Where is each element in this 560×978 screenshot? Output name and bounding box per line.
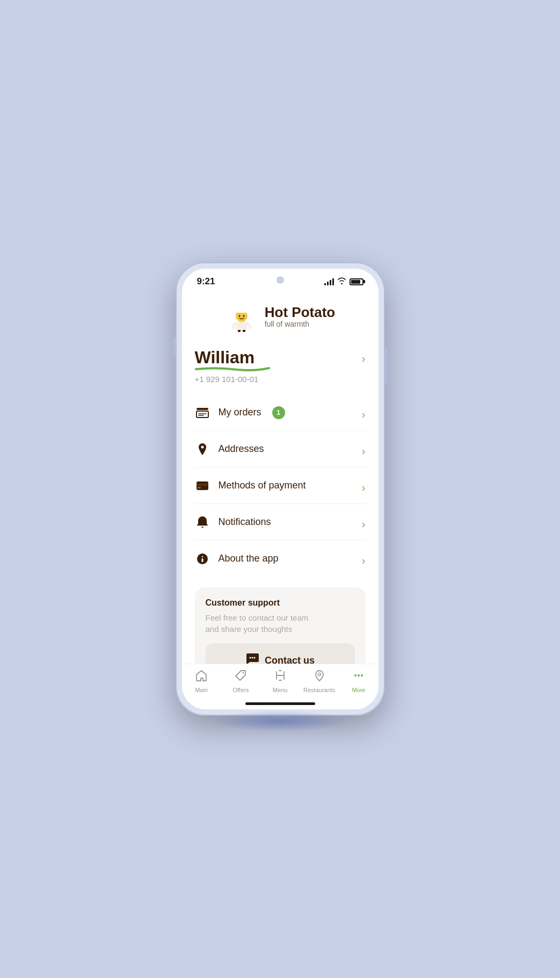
profile-section[interactable]: William +1 929 101-00-01 › <box>182 340 379 390</box>
restaurant-location-icon <box>314 670 325 685</box>
svg-point-27 <box>253 657 255 659</box>
nav-item-more[interactable]: More <box>339 670 378 693</box>
app-title-block: Hot Potato full of warmth <box>265 305 335 329</box>
menu-item-addresses[interactable]: Addresses › <box>195 431 366 468</box>
menu-item-payment[interactable]: Methods of payment › <box>195 468 366 504</box>
svg-point-4 <box>241 323 242 324</box>
svg-point-25 <box>249 657 251 659</box>
profile-chevron[interactable]: › <box>362 353 366 365</box>
svg-rect-24 <box>201 558 203 562</box>
nav-item-offers[interactable]: Offers <box>221 670 260 693</box>
contact-btn-label: Contact us <box>265 655 315 664</box>
chevron-my-orders: › <box>362 408 366 421</box>
menu-label-notifications: Notifications <box>219 516 271 528</box>
menu-icon <box>274 670 286 685</box>
status-time: 9:21 <box>197 276 215 287</box>
support-card: Customer support Feel free to contact ou… <box>195 587 366 664</box>
chevron-addresses: › <box>362 445 366 457</box>
svg-rect-14 <box>197 408 208 410</box>
svg-point-36 <box>358 674 360 677</box>
nav-item-menu[interactable]: Menu <box>260 670 300 693</box>
svg-point-12 <box>238 315 240 317</box>
profile-phone: +1 929 101-00-01 <box>195 375 259 384</box>
nav-label-menu: Menu <box>273 687 288 693</box>
home-bar <box>245 702 315 705</box>
svg-rect-11 <box>237 311 246 313</box>
home-indicator <box>182 697 379 709</box>
menu-item-notifications[interactable]: Notifications › <box>195 504 366 541</box>
menu-list: My orders 1 › <box>182 390 379 577</box>
svg-point-28 <box>243 672 244 674</box>
info-icon <box>195 551 210 566</box>
support-description: Feel free to contact our teamand share y… <box>206 612 355 635</box>
orders-icon <box>195 405 210 420</box>
nav-item-restaurants[interactable]: Restaurants <box>300 670 339 693</box>
app-title: Hot Potato <box>265 305 335 320</box>
svg-point-13 <box>243 315 244 317</box>
profile-info: William +1 929 101-00-01 <box>195 348 259 384</box>
name-underline-svg <box>195 366 270 371</box>
svg-point-35 <box>354 674 357 677</box>
home-icon <box>195 670 207 685</box>
signal-icon <box>324 278 334 285</box>
profile-name: William <box>195 348 255 367</box>
menu-label-my-orders: My orders <box>219 407 261 418</box>
tag-icon <box>235 670 246 685</box>
bottom-nav: Main Offers <box>182 664 379 697</box>
app-subtitle: full of warmth <box>265 320 335 328</box>
svg-rect-15 <box>197 411 208 418</box>
more-dots-icon <box>353 670 365 685</box>
nav-item-main[interactable]: Main <box>182 670 221 693</box>
phone-screen: 9:21 <box>182 269 379 709</box>
chevron-about: › <box>362 555 366 567</box>
phone-shadow <box>210 710 350 732</box>
battery-icon <box>350 278 363 285</box>
nav-label-more: More <box>352 687 365 693</box>
app-logo-mascot <box>225 300 258 333</box>
camera-pill <box>277 276 284 284</box>
status-icons <box>324 277 363 286</box>
nav-label-restaurants: Restaurants <box>303 687 335 693</box>
chevron-notifications: › <box>362 518 366 530</box>
menu-label-payment: Methods of payment <box>219 480 306 491</box>
wifi-icon <box>337 277 346 286</box>
svg-point-26 <box>251 657 253 659</box>
svg-rect-20 <box>197 484 208 486</box>
svg-point-23 <box>201 556 202 557</box>
menu-item-my-orders[interactable]: My orders 1 › <box>195 394 366 431</box>
bell-icon <box>195 515 210 530</box>
svg-point-37 <box>361 674 363 677</box>
svg-rect-21 <box>198 487 201 488</box>
svg-point-34 <box>318 673 321 676</box>
chat-icon <box>245 652 259 664</box>
chevron-payment: › <box>362 481 366 494</box>
nav-label-offers: Offers <box>232 687 249 693</box>
app-header: Hot Potato full of warmth <box>182 291 379 340</box>
scroll-content[interactable]: Hot Potato full of warmth William <box>182 291 379 664</box>
support-title: Customer support <box>206 598 355 608</box>
name-container: William <box>195 348 255 367</box>
menu-label-about: About the app <box>219 553 279 564</box>
svg-point-18 <box>201 445 203 448</box>
contact-us-button[interactable]: Contact us <box>206 643 355 664</box>
card-icon <box>195 478 210 493</box>
profile-row: William +1 929 101-00-01 › <box>195 348 366 384</box>
svg-point-5 <box>241 326 242 327</box>
orders-badge: 1 <box>272 406 285 419</box>
nav-label-main: Main <box>195 687 208 693</box>
phone-shell: 9:21 <box>176 262 385 716</box>
menu-label-addresses: Addresses <box>219 443 264 455</box>
location-icon <box>195 442 210 457</box>
menu-item-about[interactable]: About the app › <box>195 541 366 577</box>
